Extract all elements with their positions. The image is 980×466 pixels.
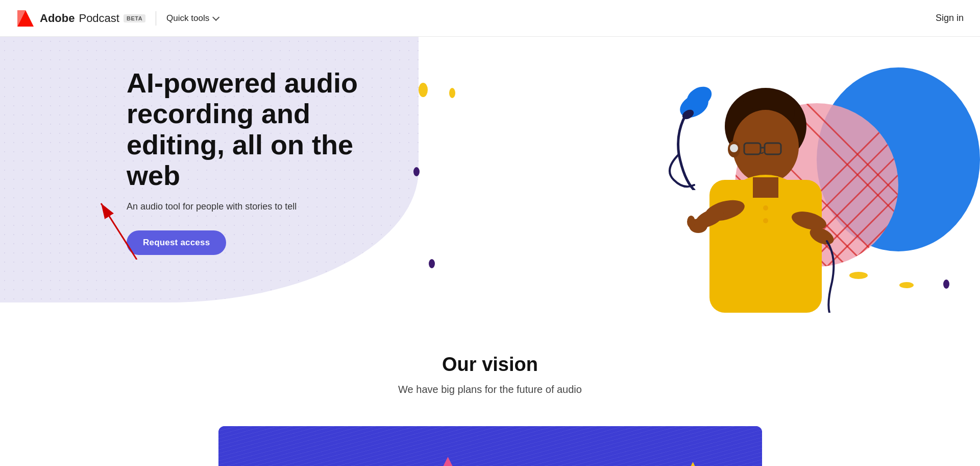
- svg-point-31: [732, 110, 799, 183]
- svg-rect-42: [753, 177, 778, 198]
- deco-dot-purple-1: [413, 167, 420, 176]
- deco-dot-purple-4: [943, 279, 949, 289]
- deco-dot-purple-2: [429, 259, 435, 268]
- brand-name: Adobe Podcast BETA: [40, 12, 145, 25]
- vision-section: Our vision We have big plans for the fut…: [0, 313, 980, 426]
- hero-section: AI-powered audio recording and editing, …: [0, 37, 980, 313]
- deco-dot-yellow-2: [449, 88, 455, 98]
- svg-point-33: [730, 144, 738, 152]
- svg-point-46: [687, 216, 695, 228]
- brand-podcast: Podcast: [79, 12, 119, 25]
- hero-subtitle: An audio tool for people with stories to…: [127, 201, 397, 212]
- nav-divider: [156, 11, 156, 26]
- chevron-down-icon: [212, 13, 219, 20]
- beta-badge: BETA: [124, 14, 145, 22]
- deco-dot-yellow-4: [849, 272, 868, 279]
- quick-tools-label: Quick tools: [166, 13, 209, 24]
- brand-adobe: Adobe: [40, 12, 75, 25]
- hero-content: AI-powered audio recording and editing, …: [127, 67, 397, 255]
- bottom-bg-pattern: [218, 426, 762, 466]
- adobe-logo-icon: [16, 9, 35, 28]
- vision-subtitle: We have big plans for the future of audi…: [0, 384, 980, 395]
- svg-point-40: [763, 205, 768, 211]
- deco-dot-yellow-3: [899, 282, 914, 288]
- quick-tools-button[interactable]: Quick tools: [166, 13, 217, 24]
- arrow-annotation: [91, 193, 147, 262]
- sign-in-button[interactable]: Sign in: [936, 13, 964, 24]
- vision-title: Our vision: [0, 354, 980, 376]
- bottom-preview-section: [218, 426, 762, 466]
- mic-illustration: [628, 78, 730, 190]
- navbar: Adobe Podcast BETA Quick tools Sign in: [0, 0, 980, 37]
- deco-dot-yellow-1: [419, 83, 428, 97]
- svg-rect-38: [709, 180, 822, 313]
- svg-point-41: [763, 218, 768, 223]
- arrow-icon: [91, 193, 147, 260]
- logo-link[interactable]: Adobe Podcast BETA: [16, 9, 145, 28]
- hero-title: AI-powered audio recording and editing, …: [127, 67, 397, 191]
- svg-line-50: [101, 203, 137, 260]
